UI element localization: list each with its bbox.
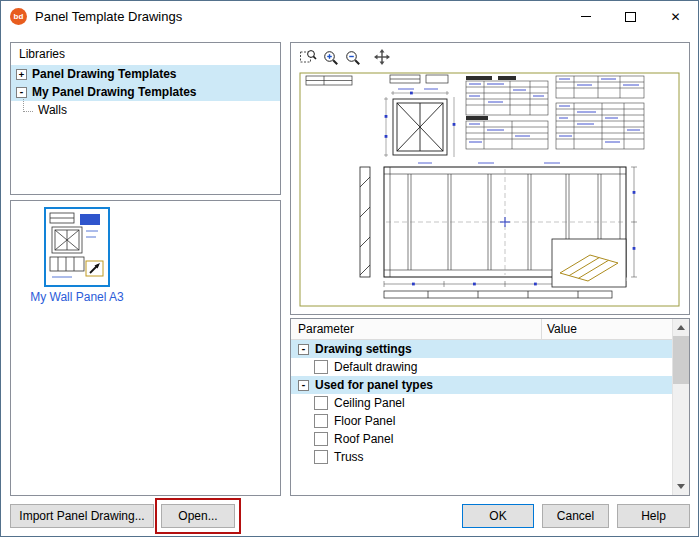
panel-template-drawings-dialog: bd Panel Template Drawings ✕ Libraries +…	[0, 0, 699, 537]
parameter-scrollbar[interactable]	[672, 319, 689, 495]
cad-drawing	[298, 71, 681, 309]
scroll-down-button[interactable]	[673, 478, 689, 495]
scroll-up-button[interactable]	[673, 319, 689, 336]
expand-icon[interactable]: +	[16, 69, 27, 80]
open-button[interactable]: Open...	[161, 504, 235, 528]
parameter-rows: -Drawing settingsDefault drawing-Used fo…	[291, 340, 672, 466]
minimize-icon	[581, 16, 591, 17]
param-row-truss[interactable]: Truss	[291, 448, 672, 466]
zoom-window-button[interactable]	[297, 46, 319, 68]
column-header-value: Value	[547, 322, 577, 336]
preview-toolbar	[297, 46, 393, 68]
param-group-used-for-panel-types[interactable]: -Used for panel types	[291, 376, 672, 394]
param-label: Drawing settings	[315, 342, 412, 356]
libraries-panel: Libraries +Panel Drawing Templates-My Pa…	[10, 42, 281, 195]
param-row-floor-panel[interactable]: Floor Panel	[291, 412, 672, 430]
param-row-default-drawing[interactable]: Default drawing	[291, 358, 672, 376]
zoom-in-icon	[322, 49, 339, 66]
column-header-parameter: Parameter	[298, 322, 354, 336]
checkbox-truss[interactable]	[314, 450, 328, 464]
libraries-label: Libraries	[19, 47, 65, 61]
column-divider	[541, 319, 542, 339]
close-button[interactable]: ✕	[653, 1, 698, 32]
arrow-up-icon	[677, 325, 685, 330]
collapse-icon[interactable]: -	[16, 87, 27, 98]
thumbnail-drawing	[46, 209, 108, 285]
checkbox-ceiling-panel[interactable]	[314, 396, 328, 410]
tree-connector	[23, 99, 33, 112]
thumbnail-list: My Wall Panel A3	[10, 200, 281, 496]
minimize-button[interactable]	[563, 1, 608, 32]
param-label: Ceiling Panel	[334, 396, 405, 410]
param-label: Default drawing	[334, 360, 417, 374]
zoom-in-button[interactable]	[319, 46, 341, 68]
tree-item-my-panel-drawing-templates[interactable]: -My Panel Drawing Templates	[11, 83, 280, 101]
parameter-panel: Parameter Value -Drawing settingsDefault…	[290, 318, 690, 496]
scrollbar-thumb[interactable]	[673, 336, 689, 384]
tree-item-panel-drawing-templates[interactable]: +Panel Drawing Templates	[11, 65, 280, 83]
zoom-out-button[interactable]	[341, 46, 363, 68]
arrow-down-icon	[677, 484, 685, 489]
param-row-ceiling-panel[interactable]: Ceiling Panel	[291, 394, 672, 412]
ok-button[interactable]: OK	[462, 504, 534, 528]
param-label: Roof Panel	[334, 432, 393, 446]
title-bar: bd Panel Template Drawings ✕	[1, 1, 698, 32]
collapse-icon[interactable]: -	[298, 344, 309, 355]
tree-item-label: Walls	[38, 103, 67, 117]
app-icon-label: bd	[14, 12, 24, 21]
checkbox-floor-panel[interactable]	[314, 414, 328, 428]
checkbox-roof-panel[interactable]	[314, 432, 328, 446]
thumbnail-label: My Wall Panel A3	[19, 290, 135, 304]
param-group-drawing-settings[interactable]: -Drawing settings	[291, 340, 672, 358]
zoom-out-icon	[344, 49, 361, 66]
zoom-window-icon	[299, 48, 317, 66]
preview-canvas[interactable]	[298, 71, 681, 309]
param-label: Truss	[334, 450, 364, 464]
help-button[interactable]: Help	[617, 504, 690, 528]
window-title: Panel Template Drawings	[35, 1, 182, 32]
pan-button[interactable]	[371, 46, 393, 68]
close-icon: ✕	[670, 11, 680, 23]
maximize-button[interactable]	[608, 1, 653, 32]
thumbnail-image[interactable]	[44, 207, 110, 287]
collapse-icon[interactable]: -	[298, 380, 309, 391]
param-label: Used for panel types	[315, 378, 433, 392]
tree-item-label: Panel Drawing Templates	[32, 67, 177, 81]
cancel-button[interactable]: Cancel	[542, 504, 609, 528]
libraries-tree: +Panel Drawing Templates-My Panel Drawin…	[11, 65, 280, 119]
tree-item-label: My Panel Drawing Templates	[32, 85, 197, 99]
tree-item-walls[interactable]: Walls	[11, 101, 280, 119]
parameter-header: Parameter Value	[291, 319, 672, 340]
param-row-roof-panel[interactable]: Roof Panel	[291, 430, 672, 448]
pan-icon	[373, 48, 391, 66]
maximize-icon	[625, 12, 636, 22]
window-controls: ✕	[563, 1, 698, 32]
import-panel-drawing-button[interactable]: Import Panel Drawing...	[10, 504, 154, 528]
thumbnail-item[interactable]: My Wall Panel A3	[19, 207, 135, 304]
preview-panel	[290, 42, 690, 315]
checkbox-default-drawing[interactable]	[314, 360, 328, 374]
param-label: Floor Panel	[334, 414, 395, 428]
app-icon: bd	[10, 8, 27, 25]
